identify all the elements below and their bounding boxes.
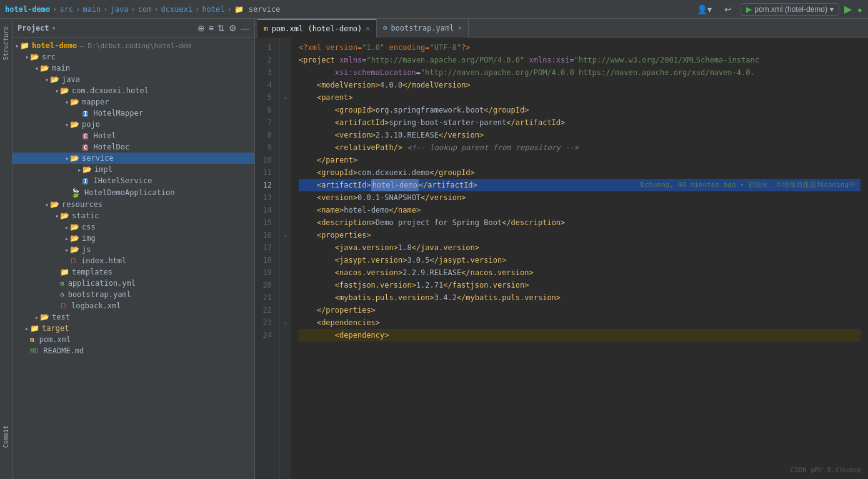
folder-icon: 📂 [40,313,49,321]
tree-item-target[interactable]: ▸ 📁 target [12,323,254,334]
tree-item-mapper[interactable]: ▾ 📂 mapper [12,96,254,108]
tree-item-service[interactable]: ▾ 📂 service [12,153,254,164]
tree-label: mapper [82,98,109,106]
gutter-10 [280,154,291,166]
xml-file-icon: 🗋 [60,301,67,310]
breadcrumb-main[interactable]: main [82,5,101,14]
tree-arrow: ▾ [35,65,39,72]
line-num-5: 5 [255,91,274,104]
sort-button[interactable]: ⇅ [217,23,225,33]
line-num-9: 9 [255,141,274,154]
folder-icon: 📂 [70,154,79,163]
pom-tab-close[interactable]: ✕ [366,24,370,33]
tree-label: hotel-demo [32,41,77,50]
settings-button[interactable]: ⚙ [229,23,237,33]
tree-label: index.html [81,256,126,265]
spring-app-icon: 🍃 [70,188,81,198]
tree-item-pom-xml[interactable]: ▸ m pom.xml [12,334,254,345]
yaml-tab-close[interactable]: ✕ [458,24,462,32]
debug-button[interactable]: ⬥ [857,4,863,15]
gutter-8 [280,129,291,141]
minimize-button[interactable]: — [241,23,249,33]
line-num-6: 6 [255,104,274,116]
collapse-all-button[interactable]: ≡ [209,23,214,33]
code-line-3: xsi:schemaLocation="http://maven.apache.… [299,66,861,79]
tree-item-src[interactable]: ▾ 📂 src [12,51,254,63]
commit-panel-toggle[interactable]: Commit [1,420,11,453]
line-num-2: 2 [255,54,274,66]
yaml-file-icon: ⚙ [60,280,64,288]
breadcrumb-hotel[interactable]: hotel [202,5,224,14]
tree-item-test[interactable]: ▸ 📂 test [12,311,254,323]
code-line-14: <name>hotel-demo</name> [299,204,861,216]
java-interface-icon: I [82,176,88,185]
breadcrumb-hotel-demo[interactable]: hotel-demo [5,5,50,14]
tree-item-hotel-demo[interactable]: ▾ 📁 hotel-demo – D:\dcbut.coding\hotel-d… [12,40,254,51]
tab-pom-xml[interactable]: m pom.xml (hotel-demo) ✕ [257,19,377,38]
tree-label: target [42,324,69,333]
tree-item-ihotelservice[interactable]: ▸ I IHotelService [12,175,254,186]
tree-item-bootstrap-yaml[interactable]: ▸ ⚙ bootstrap.yaml [12,289,254,300]
yaml-tab-icon: ⚙ [383,24,387,32]
run-config-icon: ▶ [746,5,752,14]
tree-label: com.dcxuexi.hotel [72,86,149,95]
tree-item-static[interactable]: ▾ 📂 static [12,210,254,221]
line-num-11: 11 [255,166,274,179]
tree-arrow: ▸ [65,235,69,242]
project-header: Project ▾ ⊕ ≡ ⇅ ⚙ — [12,19,254,38]
tree-item-logback-xml[interactable]: ▸ 🗋 logback.xml [12,300,254,311]
gutter-12 [280,179,291,191]
tree-item-impl[interactable]: ▸ 📂 impl [12,164,254,175]
tree-item-hotel-demo-app[interactable]: ▸ 🍃 HotelDemoApplication [12,186,254,199]
tree-item-application-yml[interactable]: ▸ ⚙ application.yml [12,278,254,289]
gutter-11 [280,166,291,179]
folder-icon: 📁 [30,324,39,333]
tree-item-js[interactable]: ▸ 📂 js [12,244,254,255]
tree-item-hotel-mapper[interactable]: ▸ I HotelMapper [12,108,254,119]
vcs-button[interactable]: 👤▾ [693,3,716,16]
code-line-15: <description>Demo project for Spring Boo… [299,216,861,229]
code-line-19: <nacos.version>2.2.9.RELEASE</nacos.vers… [299,266,861,279]
folder-icon: 📂 [30,53,39,61]
gutter-18 [280,254,291,266]
tree-item-main[interactable]: ▾ 📂 main [12,63,254,74]
breadcrumb-java[interactable]: java [111,5,129,14]
line-num-17: 17 [255,241,274,254]
code-line-17: <java.version>1.8</java.version> [299,241,861,254]
code-line-13: <version>0.0.1-SNAPSHOT</version> [299,191,861,204]
code-content[interactable]: <?xml version="1.0" encoding="UTF-8"?> <… [291,38,868,479]
yaml-file-icon2: ⚙ [60,291,64,299]
tree-arrow: ▾ [45,201,49,208]
tree-item-pojo[interactable]: ▾ 📂 pojo [12,119,254,130]
locate-file-button[interactable]: ⊕ [197,23,205,33]
yaml-tab-label: bootstrap.yaml [391,24,454,33]
tree-label: application.yml [68,279,136,288]
gutter-1 [280,41,291,54]
tree-item-templates[interactable]: ▸ 📁 templates [12,266,254,278]
tab-bootstrap-yaml[interactable]: ⚙ bootstrap.yaml ✕ [377,19,469,38]
folder-icon: 📂 [60,86,69,95]
tree-item-resources[interactable]: ▾ 📂 resources [12,199,254,210]
tree-label: HotelDoc [93,143,129,151]
tree-arrow: ▾ [65,99,69,106]
breadcrumb-com[interactable]: com [138,5,152,14]
tree-item-img[interactable]: ▸ 📂 img [12,233,254,244]
tree-item-readme[interactable]: ▸ MD README.md [12,345,254,356]
back-button[interactable]: ↩ [721,3,736,16]
breadcrumb-dcxuexi[interactable]: dcxuexi [161,5,193,14]
tree-item-index-html[interactable]: ▸ 🗋 index.html [12,255,254,266]
tree-item-package[interactable]: ▾ 📂 com.dcxuexi.hotel [12,85,254,96]
breadcrumb-src[interactable]: src [59,5,73,14]
run-config-button[interactable]: ▶ pom.xml (hotel-demo) ▾ [741,3,839,16]
tree-item-hotel[interactable]: ▸ C Hotel [12,130,254,141]
run-config-dropdown-icon: ▾ [830,5,834,14]
code-line-9: <relativePath/> <!-- lookup parent from … [299,141,861,154]
git-annotation: Dchuang, 40 minutes ago • 初始化，本地项目推送到cod… [636,179,861,191]
gutter-4 [280,79,291,91]
run-button[interactable]: ▶ [844,3,852,15]
structure-panel-toggle[interactable]: Structure [1,21,11,65]
tree-item-java[interactable]: ▾ 📂 java [12,74,254,85]
tree-arrow: ▸ [77,166,81,173]
tree-item-hotel-doc[interactable]: ▸ C HotelDoc [12,141,254,153]
tree-item-css[interactable]: ▸ 📂 css [12,221,254,233]
